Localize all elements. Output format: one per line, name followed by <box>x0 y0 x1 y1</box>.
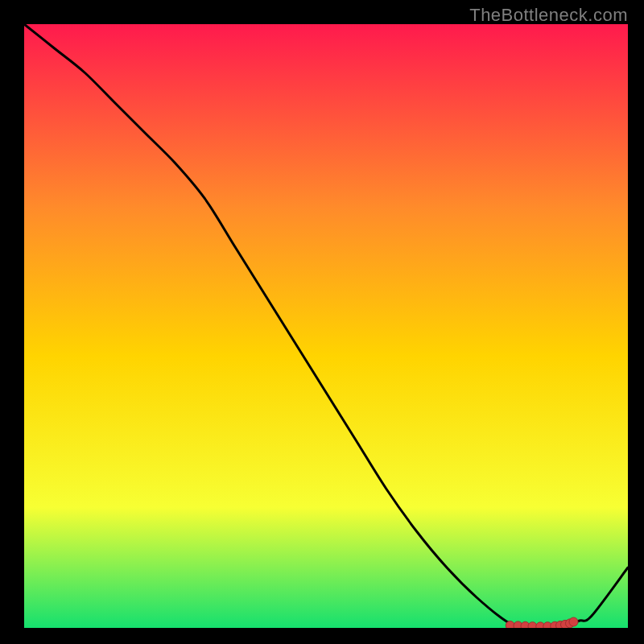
gradient-background <box>24 24 628 628</box>
chart-container: { "watermark": "TheBottleneck.com", "col… <box>0 0 644 644</box>
watermark-text: TheBottleneck.com <box>469 5 628 26</box>
plot-area <box>24 24 628 628</box>
data-marker <box>506 621 514 629</box>
data-marker <box>569 617 578 626</box>
chart-svg <box>24 24 628 628</box>
